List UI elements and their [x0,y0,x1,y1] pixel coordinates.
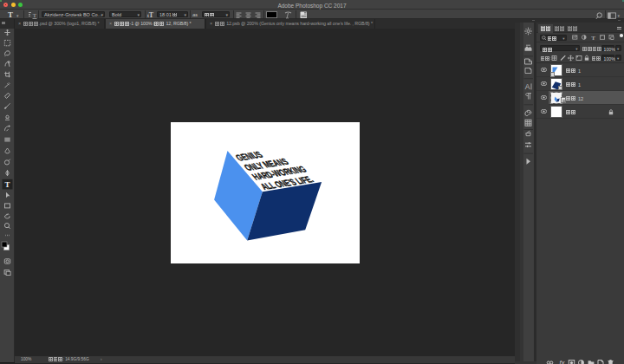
svg-text:fx: fx [560,359,565,364]
svg-text:A: A [525,82,530,91]
svg-text:T: T [591,35,595,42]
svg-text:T: T [4,180,10,189]
svg-text:T: T [33,12,37,19]
